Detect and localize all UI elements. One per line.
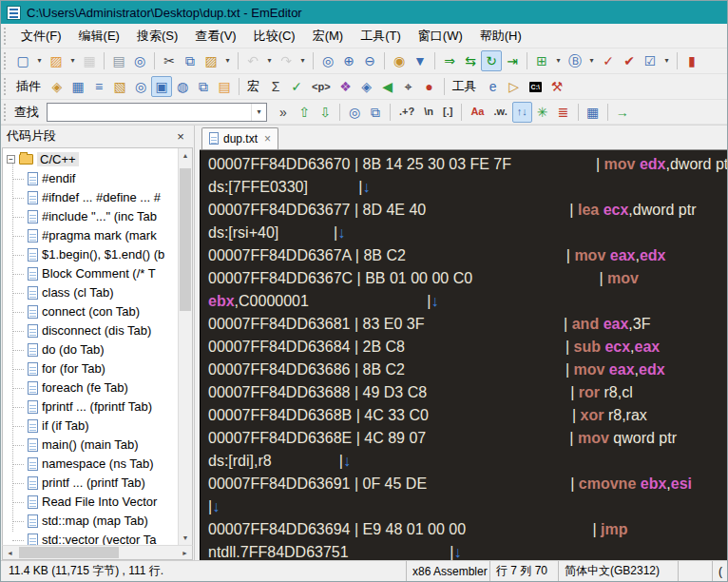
bookmark-button[interactable]: Ⓑ: [565, 50, 585, 71]
jump-next-button[interactable]: →: [612, 102, 633, 123]
bookmark-lines-button[interactable]: ≣: [553, 102, 574, 123]
tree-item[interactable]: main() (main Tab): [3, 436, 178, 455]
tree-item[interactable]: class (cl Tab): [3, 283, 178, 302]
wrap-none-button[interactable]: ⇒: [439, 50, 460, 71]
open-file-button[interactable]: ▨: [46, 50, 67, 71]
tree-item[interactable]: Read File Into Vector: [3, 493, 178, 512]
tab-close-icon[interactable]: ×: [264, 132, 271, 146]
paste-dropdown[interactable]: ▾: [221, 50, 234, 71]
macro-sum-button[interactable]: Σ: [265, 76, 286, 97]
number-range-button[interactable]: [.]: [438, 102, 457, 123]
redo-dropdown[interactable]: ▾: [297, 50, 309, 71]
plugin-hexview-button[interactable]: ▦: [67, 76, 88, 97]
wrap-indent-button[interactable]: ⇥: [502, 50, 523, 71]
zoom-out-button[interactable]: ⊖: [359, 50, 380, 71]
expander-minus-icon[interactable]: −: [7, 155, 15, 164]
tree-item[interactable]: connect (con Tab): [3, 302, 178, 321]
tree-item[interactable]: #ifndef ... #define ... #: [3, 188, 178, 207]
tree-item[interactable]: #endif: [3, 169, 178, 188]
wrap-by-char-button[interactable]: ↻: [481, 50, 502, 71]
plugin-projects-button[interactable]: ▧: [109, 76, 130, 97]
tab-dup-txt[interactable]: dup.txt ×: [201, 127, 278, 149]
menubar-gripper[interactable]: [4, 28, 9, 45]
tree-item[interactable]: Block Comment (/* T: [3, 264, 178, 283]
macro-back-button[interactable]: ◀: [377, 76, 398, 97]
plugin-numbering-button[interactable]: ▤: [214, 76, 235, 97]
tree-item[interactable]: printf ... (printf Tab): [3, 474, 178, 493]
paste-button[interactable]: ▨: [201, 50, 221, 71]
plugin-explorer-button[interactable]: ◈: [47, 76, 67, 97]
menu-window[interactable]: 窗口(W): [410, 24, 471, 48]
tree-item[interactable]: std::map (map Tab): [3, 512, 178, 531]
tree-vscroll-track[interactable]: [179, 163, 192, 531]
tree-item[interactable]: if (if Tab): [3, 417, 178, 436]
tree-item[interactable]: #pragma mark (mark: [3, 226, 178, 245]
highlight-all-button[interactable]: ✳: [532, 102, 553, 123]
scroll-up-icon[interactable]: ▲: [179, 148, 192, 163]
filter-button[interactable]: ▼: [410, 50, 431, 71]
updown-search-button[interactable]: ↑↓: [512, 102, 532, 123]
tool-browser-button[interactable]: e: [483, 76, 504, 97]
undo-dropdown[interactable]: ▾: [263, 50, 276, 71]
editor-area[interactable]: 00007FF84DD63670 | 8B 14 25 30 03 FE 7F …: [200, 150, 727, 560]
plugin-wordcomplete-button[interactable]: ⧉: [193, 76, 214, 97]
cut-button[interactable]: ✂: [159, 50, 180, 71]
menu-macros[interactable]: 宏(M): [304, 24, 353, 48]
menu-help[interactable]: 帮助(H): [471, 24, 530, 48]
menu-tools[interactable]: 工具(T): [352, 24, 410, 48]
toolbar-main-gripper[interactable]: [4, 52, 9, 69]
tool-build-button[interactable]: ⚒: [546, 76, 567, 97]
menu-view[interactable]: 查看(V): [186, 24, 244, 48]
tree-item[interactable]: disconnect (dis Tab): [3, 321, 178, 340]
macro-record-button[interactable]: ●: [419, 76, 440, 97]
new-file-button[interactable]: ▢: [12, 50, 33, 71]
plugin-outline-button[interactable]: ≡: [88, 76, 109, 97]
new-file-dropdown[interactable]: ▾: [33, 50, 46, 71]
tree-item[interactable]: foreach (fe Tab): [3, 378, 178, 398]
plugin-search-button[interactable]: ◎: [130, 76, 151, 97]
tree-hscroll-track[interactable]: [17, 546, 178, 559]
redo-button[interactable]: ↷: [276, 50, 297, 71]
outline-dropdown[interactable]: ▾: [552, 50, 565, 71]
tree-root-c-cpp[interactable]: −C/C++: [3, 150, 178, 169]
scroll-left-icon[interactable]: ◄: [3, 550, 17, 556]
scroll-right-icon[interactable]: ►: [178, 550, 192, 556]
match-case-button[interactable]: Aa: [466, 102, 489, 123]
zoom-in-button[interactable]: ⊕: [338, 50, 359, 71]
menu-search[interactable]: 搜索(S): [128, 24, 186, 48]
find-input[interactable]: [48, 105, 251, 120]
bookmark-dropdown[interactable]: ▾: [585, 50, 598, 71]
tree-item[interactable]: fprintf ... (fprintf Tab): [3, 398, 178, 417]
find-in-files-button[interactable]: ◉: [389, 50, 410, 71]
spell-check-all-button[interactable]: ✔: [619, 50, 640, 71]
snippets-close-icon[interactable]: ×: [173, 129, 188, 144]
regex-button[interactable]: .+?: [394, 102, 419, 123]
menu-edit[interactable]: 编辑(E): [70, 24, 128, 48]
scroll-down-icon[interactable]: ▼: [179, 531, 192, 545]
tree-item[interactable]: $1.begin(), $1.end() (b: [3, 245, 178, 264]
tree-horizontal-scrollbar[interactable]: ◄ ►: [2, 545, 193, 560]
tree-item[interactable]: #include "..." (inc Tab: [3, 207, 178, 226]
escape-sequence-button[interactable]: \n: [419, 102, 438, 123]
plugin-snippets-button[interactable]: ▣: [151, 76, 172, 97]
plugin-webpreview-button[interactable]: ◍: [172, 76, 193, 97]
find-toolbar-gripper[interactable]: [4, 104, 9, 121]
tree-item[interactable]: std::vector (vector Ta: [3, 531, 178, 545]
display-mode-button[interactable]: ▦: [583, 102, 603, 123]
tree-hscroll-thumb[interactable]: [19, 547, 119, 558]
copy-results-button[interactable]: ⧉: [365, 102, 386, 123]
checkbox-dropdown[interactable]: ▾: [661, 50, 673, 71]
tree-item[interactable]: namespace (ns Tab): [3, 455, 178, 474]
tree-vertical-scrollbar[interactable]: ▲ ▼: [178, 148, 192, 545]
macro-tags-button[interactable]: ❖: [335, 76, 356, 97]
tree-item[interactable]: do (do Tab): [3, 340, 178, 359]
macro-run-button[interactable]: ✓: [286, 76, 307, 97]
copy-button[interactable]: ⧉: [180, 50, 201, 71]
wrap-by-window-button[interactable]: ⇆: [460, 50, 481, 71]
tree-vscroll-thumb[interactable]: [180, 168, 191, 311]
menu-file[interactable]: 文件(F): [12, 24, 70, 48]
tree-item[interactable]: for (for Tab): [3, 359, 178, 378]
print-button[interactable]: ▤: [108, 50, 129, 71]
outline-button[interactable]: ⊞: [531, 50, 552, 71]
clipped-edge-button[interactable]: ▮: [681, 50, 702, 71]
